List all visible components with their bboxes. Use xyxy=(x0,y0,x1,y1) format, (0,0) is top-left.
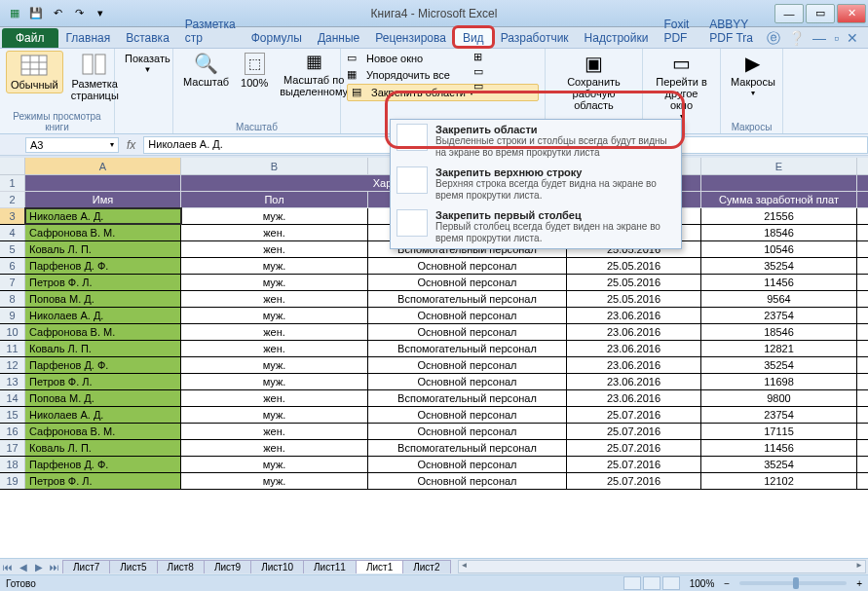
sheet-prev-icon[interactable]: ◀ xyxy=(16,562,31,573)
save-workspace-button[interactable]: ▣ Сохранить рабочую область xyxy=(551,51,636,113)
sheet-tab[interactable]: Лист1 xyxy=(356,560,403,573)
tab-pagelayout[interactable]: Разметка стр xyxy=(177,15,244,48)
sheet-tab[interactable]: Лист5 xyxy=(109,560,157,573)
tab-abbyy[interactable]: ABBYY PDF Tra xyxy=(701,15,767,48)
sheet-next-icon[interactable]: ▶ xyxy=(31,562,47,573)
table-row[interactable]: 14Попова М. Д.жен.Вспомогательный персон… xyxy=(0,390,868,407)
row-header[interactable]: 14 xyxy=(0,390,25,406)
table-row[interactable]: 16Сафронова В. М.жен.Основной персонал25… xyxy=(0,424,868,440)
excel-icon[interactable]: ▦ xyxy=(6,5,23,22)
table-row[interactable]: 7Петров Ф. Л.муж.Основной персонал25.05.… xyxy=(0,275,868,291)
table-row[interactable]: 18Парфенов Д. Ф.муж.Основной персонал25.… xyxy=(0,457,868,473)
row-header[interactable]: 6 xyxy=(0,258,25,274)
sheet-tab[interactable]: Лист9 xyxy=(204,560,251,573)
table-row[interactable]: 19Петров Ф. Л.муж.Основной персонал25.07… xyxy=(0,473,868,490)
freeze-panes-option[interactable]: Закрепить областиВыделенные строки и сто… xyxy=(391,120,681,163)
sheet-tab[interactable]: Лист2 xyxy=(402,560,450,573)
zoom-level[interactable]: 100% xyxy=(690,578,715,589)
table-row[interactable]: 13Петров Ф. Л.муж.Основной персонал23.06… xyxy=(0,374,868,390)
col-header-a[interactable]: A xyxy=(25,158,181,174)
hide-icon[interactable]: ▭ xyxy=(473,65,483,78)
row-header[interactable]: 13 xyxy=(0,374,25,389)
help-icon[interactable]: ❔ xyxy=(788,30,805,48)
close-button[interactable]: ✕ xyxy=(837,4,866,23)
zoom-button[interactable]: 🔍 Масштаб xyxy=(179,51,233,90)
show-button[interactable]: Показать ▼ xyxy=(121,51,174,77)
table-row[interactable]: 6Парфенов Д. Ф.муж.Основной персонал25.0… xyxy=(0,258,868,275)
pagebreak-view-icon[interactable] xyxy=(662,576,680,590)
row-header[interactable]: 16 xyxy=(0,424,25,439)
tab-view[interactable]: Вид xyxy=(454,27,493,48)
tab-foxit[interactable]: Foxit PDF xyxy=(656,15,701,48)
qat-more[interactable]: ▾ xyxy=(92,5,109,22)
row-header[interactable]: 10 xyxy=(0,324,25,340)
tab-developer[interactable]: Разработчик xyxy=(493,28,577,48)
tab-data[interactable]: Данные xyxy=(310,28,367,48)
row-header[interactable]: 3 xyxy=(0,208,25,224)
sheet-tab[interactable]: Лист8 xyxy=(157,560,205,573)
normal-view-button[interactable]: Обычный xyxy=(6,51,63,93)
sheet-first-icon[interactable]: ⏮ xyxy=(0,562,16,573)
zoom-in-button[interactable]: + xyxy=(856,578,862,589)
table-row[interactable]: 17Коваль Л. П.жен.Вспомогательный персон… xyxy=(0,440,868,457)
row-header[interactable]: 19 xyxy=(0,473,25,489)
row-header[interactable]: 12 xyxy=(0,357,25,373)
split-icon[interactable]: ⊞ xyxy=(473,51,483,63)
col-header-e[interactable]: E xyxy=(701,158,857,174)
sheet-tab[interactable]: Лист7 xyxy=(62,560,110,573)
row-header[interactable]: 9 xyxy=(0,308,25,323)
macros-button[interactable]: ▶ Макросы▾ xyxy=(727,51,779,100)
freeze-first-col-option[interactable]: Закрепить первый столбецПервый столбец в… xyxy=(391,205,681,248)
tab-formulas[interactable]: Формулы xyxy=(244,28,310,48)
row-header[interactable]: 11 xyxy=(0,341,25,356)
normal-view-icon[interactable] xyxy=(623,576,641,590)
sheet-tab[interactable]: Лист11 xyxy=(303,560,357,573)
row-header[interactable]: 8 xyxy=(0,291,25,307)
table-row[interactable]: 9Николаев А. Д.муж.Основной персонал23.0… xyxy=(0,308,868,324)
minimize-button[interactable]: — xyxy=(774,4,804,23)
tab-review[interactable]: Рецензирова xyxy=(367,28,454,48)
row-header[interactable]: 2 xyxy=(0,192,25,207)
minimize-ribbon-icon[interactable]: ⓔ xyxy=(767,30,780,48)
unhide-icon[interactable]: ▭ xyxy=(473,80,483,92)
sheet-tab[interactable]: Лист10 xyxy=(250,560,304,573)
table-row[interactable]: 15Николаев А. Д.муж.Основной персонал25.… xyxy=(0,407,868,424)
zoom-out-button[interactable]: − xyxy=(724,578,730,589)
doc-max-icon[interactable]: ▫ xyxy=(834,30,839,48)
name-box[interactable]: A3▾ xyxy=(25,137,119,153)
table-row[interactable]: 8Попова М. Д.жен.Вспомогательный персона… xyxy=(0,291,868,308)
row-header[interactable]: 15 xyxy=(0,407,25,423)
save-button[interactable]: 💾 xyxy=(27,5,45,22)
row-header[interactable]: 1 xyxy=(0,175,25,191)
freeze-panes-button[interactable]: ▤Закрепить области▾ xyxy=(347,84,539,101)
fx-icon[interactable]: fx xyxy=(119,138,143,152)
redo-button[interactable]: ↷ xyxy=(70,5,88,22)
arrange-all-button[interactable]: ▦Упорядочить все xyxy=(347,67,539,83)
horizontal-scrollbar[interactable] xyxy=(458,560,867,573)
new-window-button[interactable]: ▭Новое окно xyxy=(347,51,539,66)
select-all-corner[interactable] xyxy=(0,158,25,174)
row-header[interactable]: 18 xyxy=(0,457,25,472)
sheet-last-icon[interactable]: ⏭ xyxy=(47,562,62,573)
row-header[interactable]: 5 xyxy=(0,241,25,257)
row-header[interactable]: 17 xyxy=(0,440,25,456)
table-row[interactable]: 10Сафронова В. М.жен.Основной персонал23… xyxy=(0,324,868,341)
pagelayout-view-icon[interactable] xyxy=(643,576,660,590)
doc-min-icon[interactable]: — xyxy=(812,30,826,48)
doc-close-icon[interactable]: ✕ xyxy=(847,30,858,48)
switch-windows-button[interactable]: ▭ Перейти в другое окно▾ xyxy=(649,51,714,124)
row-header[interactable]: 7 xyxy=(0,275,25,290)
zoom-100-button[interactable]: ⬚ 100% xyxy=(237,51,272,91)
zoom-slider[interactable] xyxy=(739,581,847,585)
tab-addins[interactable]: Надстройки xyxy=(577,28,657,48)
row-header[interactable]: 4 xyxy=(0,225,25,240)
table-row[interactable]: 12Парфенов Д. Ф.муж.Основной персонал23.… xyxy=(0,357,868,374)
tab-insert[interactable]: Вставка xyxy=(118,28,177,48)
tab-file[interactable]: Файл xyxy=(2,28,58,48)
tab-home[interactable]: Главная xyxy=(58,28,119,48)
undo-button[interactable]: ↶ xyxy=(49,5,66,22)
table-row[interactable]: 11Коваль Л. П.жен.Вспомогательный персон… xyxy=(0,341,868,357)
maximize-button[interactable]: ▭ xyxy=(806,4,835,23)
col-header-b[interactable]: B xyxy=(181,158,368,174)
freeze-top-row-option[interactable]: Закрепить верхнюю строкуВерхняя строка в… xyxy=(391,163,681,205)
